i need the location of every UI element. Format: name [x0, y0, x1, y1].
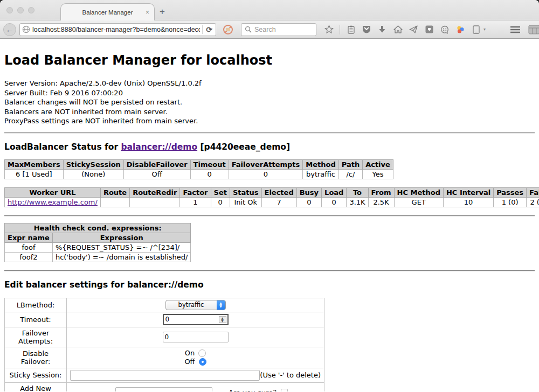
cell-expr-name: foof2 [5, 252, 53, 262]
number-spinner-icon[interactable]: ▲▼ [219, 316, 226, 323]
toolbar-separator [340, 25, 340, 34]
col-set: Set [211, 187, 230, 197]
page-title: Load Balancer Manager for localhost [4, 39, 535, 68]
col-load: Load [322, 187, 347, 197]
cell-fails: 2 (0) [527, 197, 539, 207]
col-busy: Busy [296, 187, 321, 197]
edit-settings-heading: Edit balancer settings for balancer://de… [4, 280, 535, 290]
colors-icon[interactable] [455, 25, 465, 34]
cell-failoverattempts: 0 [229, 169, 303, 179]
failover-attempts-input[interactable] [163, 332, 229, 342]
cell-timeout: 0 [190, 169, 229, 179]
balancer-status-table: MaxMembers StickySession DisableFailover… [4, 159, 393, 179]
cell-maxmembers: 6 [1 Used] [5, 169, 64, 179]
are-you-sure-label: Are you sure? [229, 388, 277, 391]
status-heading-suffix: [p4420eeae_demo] [197, 142, 290, 152]
col-timeout: Timeout [190, 159, 229, 169]
are-you-sure-checkbox[interactable] [281, 389, 288, 391]
url-text[interactable]: localhost:8880/balancer-manager?b=demo&n… [32, 26, 200, 33]
add-worker-label: Add New Worker: [5, 382, 67, 391]
toolbar-icons: ▾ [324, 25, 486, 34]
urlbar-divider [202, 25, 203, 34]
divider [4, 132, 535, 134]
server-built: Server Built: Feb 9 2016 07:00:20 [4, 88, 535, 98]
timeout-input[interactable] [164, 315, 218, 324]
url-bar[interactable]: localhost:8880/balancer-manager?b=demo&n… [19, 23, 216, 36]
minimize-window-button[interactable] [17, 7, 24, 13]
grid-sidebar-icon[interactable] [528, 25, 539, 34]
col-hc-method: HC Method [394, 187, 443, 197]
col-passes: Passes [494, 187, 527, 197]
browser-window: Balancer Manager × + ← localhost:8880/ba… [0, 0, 539, 392]
reload-icon[interactable]: ⟳ [205, 25, 213, 34]
col-hc-interval: HC Interval [443, 187, 493, 197]
col-maxmembers: MaxMembers [5, 159, 64, 169]
chevron-down-icon[interactable]: ▾ [483, 27, 486, 32]
back-button[interactable]: ← [3, 23, 16, 36]
close-tab-icon[interactable]: × [146, 9, 149, 16]
disable-failover-label: Disable Failover: [5, 347, 67, 368]
cell-status: Init Ok [230, 197, 261, 207]
tab-balancer-manager[interactable]: Balancer Manager × [60, 3, 155, 20]
col-from: From [368, 187, 394, 197]
sticky-session-label: Sticky Session: [5, 368, 67, 382]
col-disablefailover: DisableFailover [123, 159, 190, 169]
menu-icon[interactable] [510, 26, 521, 33]
lbmethod-selected-option: bytraffic [166, 301, 217, 309]
col-method: Method [303, 159, 338, 169]
send-icon[interactable] [409, 25, 418, 34]
worker-status-table: Worker URL Route RouteRedir Factor Set S… [4, 187, 539, 207]
timeout-label: Timeout: [5, 312, 67, 327]
zoom-window-button[interactable] [28, 7, 34, 13]
form-row-add-worker: Add New Worker: Are you sure? [5, 382, 324, 391]
close-window-button[interactable] [6, 7, 13, 13]
screenshot-icon[interactable] [424, 25, 434, 34]
tablet-icon[interactable] [471, 25, 481, 34]
col-failoverattempts: FailoverAttempts [229, 159, 303, 169]
cell-hc-interval: 10 [443, 197, 493, 207]
cell-factor: 1 [180, 197, 211, 207]
health-row: foof2 hc('body') =~ /domain is establish… [5, 252, 191, 262]
col-worker-url: Worker URL [5, 187, 101, 197]
add-worker-input[interactable] [115, 387, 212, 392]
balancer-demo-link[interactable]: balancer://demo [121, 142, 197, 152]
sticky-delete-hint: (Use '-' to delete) [260, 371, 321, 379]
clipboard-icon[interactable] [346, 25, 356, 34]
globe-icon [22, 25, 30, 33]
window-controls[interactable] [6, 7, 34, 13]
col-stickysession: StickySession [63, 159, 123, 169]
col-factor: Factor [180, 187, 211, 197]
failover-attempts-label: Failover Attempts: [5, 327, 67, 347]
cell-expression: %{REQUEST_STATUS} =~ /^[234]/ [52, 242, 191, 252]
radio-on-label: On [185, 349, 195, 358]
pocket-icon[interactable] [362, 25, 371, 34]
sticky-session-input[interactable] [70, 370, 260, 381]
chat-smiley-icon[interactable] [440, 25, 450, 34]
col-to: To [347, 187, 368, 197]
lbmethod-select[interactable]: bytraffic ▲▼ [165, 300, 226, 310]
cell-routeredir [130, 197, 180, 207]
lbmethod-label: LBmethod: [5, 298, 67, 312]
cell-stickysession: (None) [63, 169, 123, 179]
timeout-input-wrap: ▲▼ [163, 314, 229, 325]
col-expression: Expression [52, 233, 191, 242]
balancer-settings-form: LBmethod: bytraffic ▲▼ Timeout: ▲▼ [4, 298, 324, 392]
notice-balancers: Balancers are NOT inherited from main se… [4, 107, 535, 117]
new-tab-button[interactable]: + [160, 6, 165, 17]
failover-off-radio[interactable] [199, 358, 206, 366]
search-bar[interactable]: Search [241, 23, 316, 36]
shield-block-icon[interactable] [223, 24, 233, 35]
server-version: Server Version: Apache/2.5.0-dev (Unix) … [4, 79, 535, 88]
bookmark-star-icon[interactable] [324, 25, 334, 34]
cell-hc-method: GET [394, 197, 443, 207]
failover-on-radio[interactable] [198, 349, 206, 357]
search-icon [245, 26, 252, 33]
cell-method: bytraffic [303, 169, 338, 179]
table-row: 6 [1 Used] (None) Off 0 0 bytraffic /c/ … [5, 169, 393, 179]
download-icon[interactable] [377, 25, 387, 34]
form-row-sticky-session: Sticky Session: (Use '-' to delete) [5, 368, 324, 382]
health-row: foof %{REQUEST_STATUS} =~ /^[234]/ [5, 242, 191, 252]
worker-url-link[interactable]: http://www.example.com/ [8, 198, 98, 206]
home-icon[interactable] [393, 25, 403, 34]
col-route: Route [100, 187, 129, 197]
